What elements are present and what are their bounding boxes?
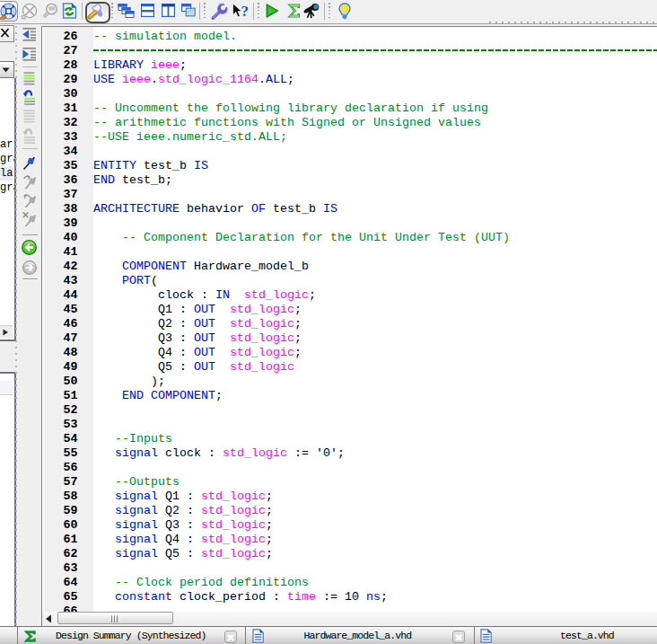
- svg-text:?: ?: [241, 3, 250, 20]
